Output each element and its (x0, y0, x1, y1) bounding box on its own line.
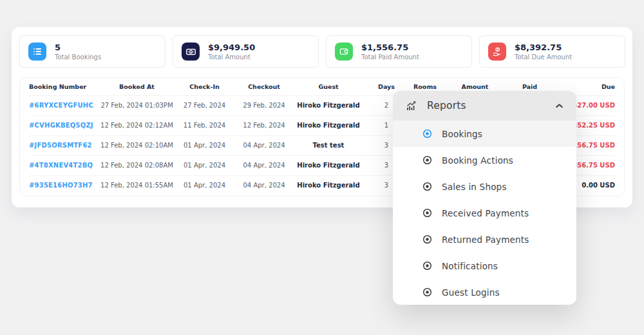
menu-item-notifications[interactable]: Notifications (393, 253, 576, 279)
check-in: 01 Apr, 2024 (174, 135, 235, 155)
stat-value: $1,556.75 (361, 43, 419, 53)
col-guest: Guest (293, 78, 364, 95)
checkout: 04 Apr, 2024 (235, 155, 293, 175)
check-in: 01 Apr, 2024 (174, 175, 235, 195)
guest-name: Hiroko Fitzgerald (293, 115, 364, 135)
checkout: 29 Feb, 2024 (235, 95, 293, 115)
col-checkout: Checkout (235, 78, 293, 95)
stat-value: $9,949.50 (208, 43, 255, 53)
booking-number-link[interactable]: #CVHGKBEQ5QZJ (29, 115, 100, 135)
menu-item-label: Returned Payments (442, 235, 529, 245)
booked-at: 12 Feb, 2024 02:08AM (100, 155, 174, 175)
checkout: 04 Apr, 2024 (235, 175, 293, 195)
checkout: 12 Feb, 2024 (235, 115, 293, 135)
stat-card-total-bookings: 5 Total Bookings (19, 35, 166, 68)
menu-item-sales-in-shops[interactable]: Sales in Shops (393, 173, 576, 200)
reports-dropdown: Reports Bookings Booking Actions Sales i… (393, 91, 576, 305)
radio-icon (422, 287, 432, 297)
stat-value: 5 (55, 43, 101, 53)
stat-card-total-amount: $9,949.50 Total Amount (173, 35, 319, 68)
booked-at: 12 Feb, 2024 02:12AM (100, 115, 174, 135)
menu-item-label: Notifications (442, 261, 498, 271)
banknote-icon (182, 43, 200, 61)
col-booked-at: Booked At (100, 78, 174, 95)
booking-number-link[interactable]: #935E16HO73H7 (29, 175, 100, 195)
booking-number-link[interactable]: #JFD5ORSMTF62 (29, 135, 100, 155)
radio-icon (422, 208, 432, 218)
wallet-icon (335, 43, 353, 61)
stat-label: Total Due Amount (515, 53, 572, 61)
menu-item-returned-payments[interactable]: Returned Payments (393, 226, 576, 253)
check-in: 01 Apr, 2024 (174, 155, 235, 175)
menu-item-bookings[interactable]: Bookings (393, 120, 576, 147)
menu-item-label: Bookings (442, 129, 482, 139)
radio-icon (422, 129, 432, 139)
stat-card-total-paid: $1,556.75 Total Paid Amount (326, 35, 472, 68)
chart-icon (406, 100, 417, 111)
menu-item-label: Guest Logins (442, 287, 500, 298)
list-icon (28, 43, 46, 61)
guest-name: Hiroko Fitzgerald (293, 175, 364, 195)
booking-number-link[interactable]: #4T8XNEV4T2BQ (29, 155, 100, 175)
stat-value: $8,392.75 (515, 43, 572, 53)
menu-item-guest-logins[interactable]: Guest Logins (393, 279, 576, 305)
booked-at: 12 Feb, 2024 02:10AM (100, 135, 174, 155)
radio-icon (422, 182, 432, 191)
guest-name: Hiroko Fitzgerald (293, 95, 364, 115)
menu-item-booking-actions[interactable]: Booking Actions (393, 147, 576, 173)
stat-label: Total Amount (208, 53, 255, 61)
reports-dropdown-title: Reports (427, 100, 466, 111)
menu-item-label: Received Payments (442, 208, 529, 218)
menu-item-received-payments[interactable]: Received Payments (393, 200, 576, 226)
radio-icon (422, 235, 432, 244)
check-in: 27 Feb, 2024 (174, 95, 235, 115)
check-in: 11 Feb, 2024 (174, 115, 235, 135)
col-check-in: Check-In (174, 78, 235, 95)
stat-card-total-due: $8,392.75 Total Due Amount (479, 35, 625, 68)
hand-coin-icon (488, 43, 506, 61)
guest-name: Hiroko Fitzgerald (293, 155, 364, 175)
booked-at: 12 Feb, 2024 01:55AM (100, 175, 174, 195)
radio-icon (422, 155, 432, 165)
checkout: 04 Apr, 2024 (235, 135, 293, 155)
menu-item-label: Sales in Shops (442, 182, 507, 192)
stat-label: Total Paid Amount (361, 53, 419, 61)
booking-number-link[interactable]: #6RYXCEYGFUHC (29, 95, 100, 115)
stat-cards-row: 5 Total Bookings $9,949.50 Total Amount (19, 35, 625, 68)
reports-dropdown-header[interactable]: Reports (393, 91, 576, 120)
booked-at: 27 Feb, 2024 01:03PM (100, 95, 174, 115)
col-booking-number: Booking Number (29, 78, 100, 95)
menu-item-label: Booking Actions (442, 155, 513, 166)
radio-icon (422, 261, 432, 271)
stat-label: Total Bookings (55, 53, 101, 61)
guest-name: Test test (293, 135, 364, 155)
chevron-up-icon (555, 103, 564, 109)
